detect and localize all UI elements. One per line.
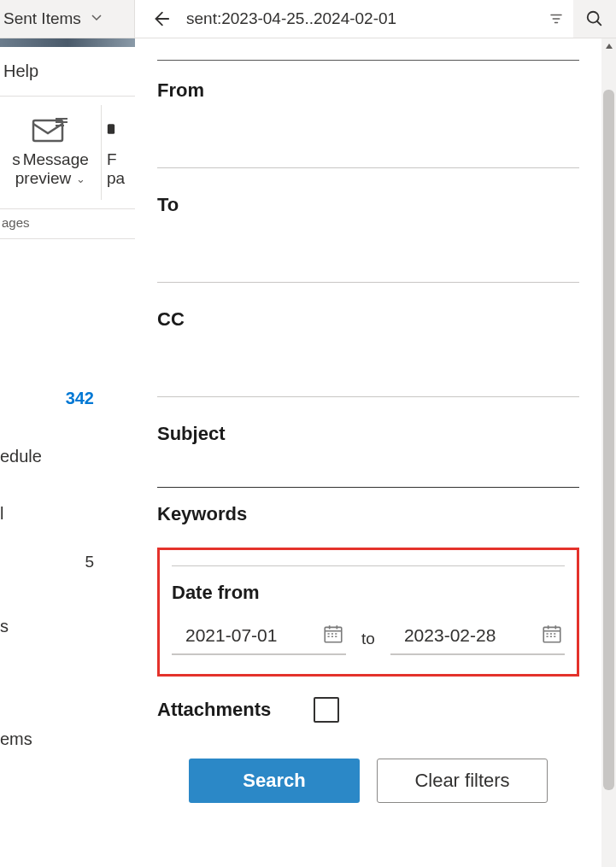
panel-icon [107, 112, 124, 150]
folder-pane-button[interactable]: F pa [102, 97, 134, 208]
scroll-up-button[interactable] [601, 38, 616, 53]
chevron-down-icon [90, 10, 103, 27]
vertical-scrollbar[interactable] [601, 38, 616, 867]
attachments-label: Attachments [157, 699, 271, 721]
msg-preview-line2: preview [15, 169, 71, 188]
subject-field-block: Subject [157, 423, 579, 488]
cc-input[interactable] [157, 331, 579, 397]
unread-count: 342 [66, 389, 94, 408]
search-scope-label: Sent Items [3, 9, 81, 28]
help-tab[interactable]: Help [0, 47, 135, 97]
svg-rect-4 [543, 627, 560, 641]
search-scope-dropdown[interactable]: Sent Items [0, 0, 135, 38]
date-from-label: Date from [172, 582, 565, 604]
filter-icon [549, 11, 564, 26]
scroll-thumb[interactable] [603, 90, 614, 790]
from-label: From [157, 79, 579, 102]
decorative-band [0, 38, 135, 47]
keywords-label: Keywords [157, 503, 579, 525]
from-field-block: From [157, 79, 579, 168]
folder-pane-prefix: F [107, 150, 117, 169]
folder-count-row[interactable]: 342 [0, 389, 135, 408]
filter-toggle-button[interactable] [539, 0, 573, 38]
keywords-field-block: Keywords [157, 503, 579, 525]
clear-filters-button[interactable]: Clear filters [377, 759, 548, 803]
message-preview-button[interactable]: sMessage preview⌄ [0, 97, 101, 208]
search-query-text: sent:2023-04-25..2024-02-01 [186, 9, 396, 28]
search-filter-panel: From To CC Subject Keywords Date from 20… [135, 38, 601, 867]
draft-count: 5 [85, 553, 94, 571]
search-icon [585, 9, 604, 28]
attachments-checkbox[interactable] [314, 697, 339, 723]
search-button[interactable]: Search [189, 759, 360, 803]
date-to-value: 2023-02-28 [392, 625, 496, 646]
sidebar-item-drafts[interactable]: 5 [0, 553, 135, 571]
svg-rect-2 [108, 124, 114, 134]
subject-input[interactable] [157, 445, 579, 488]
envelope-lines-icon [30, 112, 71, 150]
to-field-block: To [157, 194, 579, 283]
cc-field-block: CC [157, 308, 579, 397]
search-input[interactable]: sent:2023-04-25..2024-02-01 [186, 0, 539, 38]
date-from-value: 2021-07-01 [173, 625, 277, 646]
search-back-button[interactable] [135, 0, 186, 38]
cc-label: CC [157, 308, 579, 331]
date-from-input[interactable]: 2021-07-01 [172, 618, 346, 655]
search-submit-button[interactable] [573, 0, 616, 38]
to-input[interactable] [157, 216, 579, 283]
sidebar-item-schedule[interactable]: edule [0, 447, 135, 466]
help-label: Help [3, 62, 38, 81]
subject-label: Subject [157, 423, 579, 445]
date-to-word: to [361, 630, 375, 655]
msg-preview-line1: Message [23, 150, 89, 169]
svg-rect-1 [33, 120, 62, 141]
calendar-icon[interactable] [322, 623, 344, 648]
date-to-input[interactable]: 2023-02-28 [390, 618, 565, 655]
from-input[interactable] [157, 102, 579, 168]
to-label: To [157, 194, 579, 216]
svg-rect-3 [325, 627, 342, 641]
date-range-section: Date from 2021-07-01 to 2023-02-28 [157, 548, 579, 677]
sidebar-item[interactable]: l [0, 504, 135, 524]
folder-pane-line2: pa [107, 169, 125, 188]
chevron-down-icon: ⌄ [76, 173, 85, 185]
attachments-row: Attachments [157, 697, 579, 723]
calendar-icon[interactable] [541, 623, 563, 648]
arrow-left-icon [151, 9, 170, 28]
sidebar-item[interactable]: ems [0, 729, 135, 749]
sidebar-item[interactable]: s [0, 617, 135, 636]
ribbon-group-label: ages [0, 211, 135, 239]
triangle-up-icon [605, 42, 613, 50]
panel-divider [172, 565, 565, 566]
panel-divider [157, 56, 579, 61]
ribbon-section: sMessage preview⌄ F pa [0, 97, 135, 209]
